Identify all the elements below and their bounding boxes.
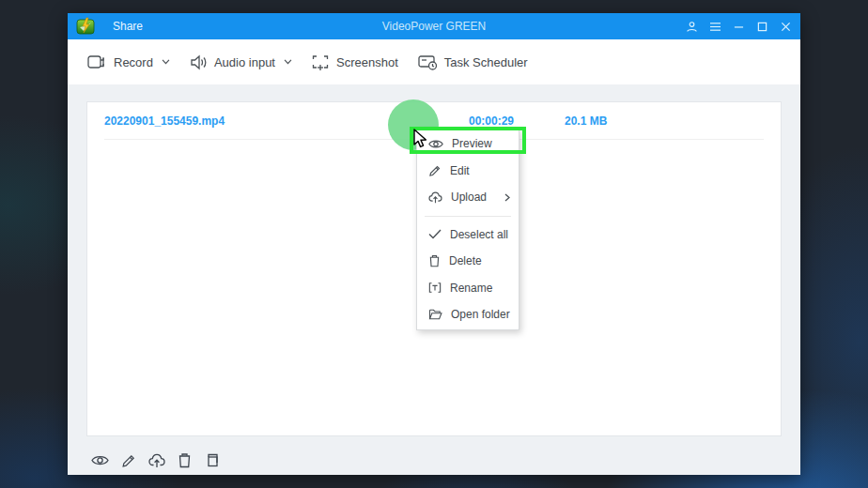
app-logo-icon <box>76 17 95 36</box>
footer-toolbar <box>91 451 222 469</box>
task-scheduler-button[interactable]: Task Scheduler <box>418 54 528 70</box>
file-name[interactable]: 20220901_155459.mp4 <box>104 114 225 128</box>
maximize-icon[interactable] <box>754 19 769 34</box>
audio-input-label: Audio input <box>214 55 275 69</box>
main-toolbar: Record Audio input <box>68 39 800 84</box>
video-camera-icon <box>87 54 107 69</box>
desktop-wallpaper: Share VideoPower GREEN <box>0 0 868 488</box>
record-label: Record <box>114 55 153 69</box>
rename-icon <box>428 282 442 294</box>
menu-label-open-folder: Open folder <box>451 308 510 321</box>
open-folder-icon <box>428 309 442 320</box>
minimize-icon[interactable] <box>731 19 746 34</box>
menu-item-edit[interactable]: Edit <box>417 158 519 185</box>
menu-label-preview: Preview <box>452 137 492 150</box>
menu-label-deselect-all: Deselect all <box>450 228 508 241</box>
audio-input-button[interactable]: Audio input <box>190 54 292 70</box>
delete-trash-icon[interactable] <box>176 451 194 469</box>
cloud-upload-icon <box>428 191 442 204</box>
upload-cloud-icon[interactable] <box>147 451 165 469</box>
eye-icon <box>428 139 443 149</box>
chevron-down-icon <box>284 59 292 65</box>
checkmark-icon <box>428 229 442 239</box>
pencil-icon <box>428 164 442 177</box>
chevron-down-icon <box>162 59 170 65</box>
submenu-arrow-icon <box>504 193 510 202</box>
menu-separator <box>425 216 511 217</box>
edit-pencil-icon[interactable] <box>119 451 137 469</box>
file-size: 20.1 MB <box>565 114 607 128</box>
record-button[interactable]: Record <box>87 54 170 69</box>
context-menu: Preview Edit Upload Deselect all <box>416 129 519 330</box>
menu-item-delete[interactable]: Delete <box>417 248 519 275</box>
trash-icon <box>428 254 441 267</box>
menu-label-delete: Delete <box>449 254 482 267</box>
menu-item-preview[interactable]: Preview <box>417 130 519 158</box>
task-scheduler-label: Task Scheduler <box>444 55 528 69</box>
menu-label-edit: Edit <box>450 164 470 177</box>
menu-item-upload[interactable]: Upload <box>417 184 519 211</box>
menu-item-rename[interactable]: Rename <box>417 275 519 302</box>
menu-item-open-folder[interactable]: Open folder <box>417 301 519 328</box>
screenshot-button[interactable]: Screenshot <box>312 54 398 70</box>
window-controls <box>684 13 793 39</box>
file-duration: 00:00:29 <box>469 114 514 128</box>
user-icon[interactable] <box>684 19 699 34</box>
menu-label-upload: Upload <box>451 191 487 204</box>
close-icon[interactable] <box>778 19 793 34</box>
screenshot-label: Screenshot <box>336 55 398 69</box>
titlebar: Share VideoPower GREEN <box>68 13 800 39</box>
speaker-icon <box>190 54 208 70</box>
copy-icon[interactable] <box>204 451 222 469</box>
monitor-clock-icon <box>418 54 438 70</box>
menu-icon[interactable] <box>707 19 722 34</box>
crop-frame-icon <box>312 54 330 70</box>
menu-label-rename: Rename <box>450 282 492 295</box>
menu-item-deselect-all[interactable]: Deselect all <box>417 221 519 249</box>
tab-share[interactable]: Share <box>113 20 143 33</box>
preview-eye-icon[interactable] <box>91 451 109 469</box>
